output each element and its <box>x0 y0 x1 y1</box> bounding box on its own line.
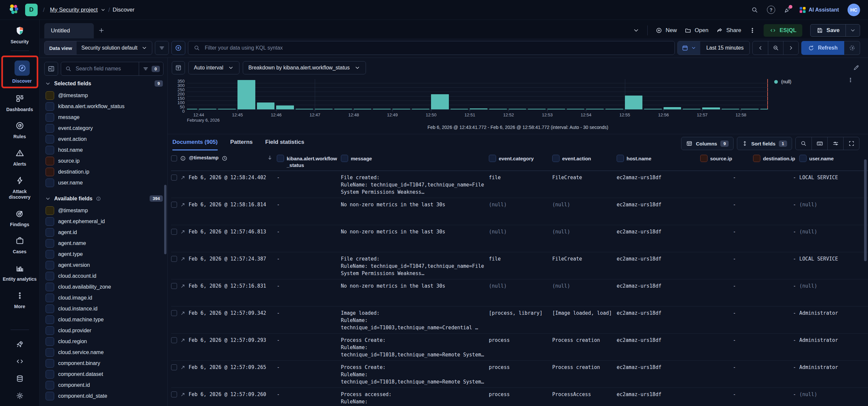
field-list-item[interactable]: cloud.provider <box>44 325 163 336</box>
selected-fields-header[interactable]: Selected fields 9 <box>45 80 163 87</box>
sort-fields-button[interactable]: Sort fields 1 <box>737 137 792 150</box>
histogram-bar[interactable] <box>238 80 255 110</box>
field-list-item[interactable]: cloud.instance.id <box>44 303 163 314</box>
add-tab-button[interactable] <box>94 23 109 38</box>
histogram-bar[interactable] <box>741 109 759 110</box>
save-button[interactable]: Save <box>810 25 845 36</box>
expand-document-icon[interactable] <box>180 338 186 343</box>
sort-descending-icon[interactable] <box>267 155 275 161</box>
column-header[interactable]: destination.ip <box>753 155 799 162</box>
display-options-button[interactable] <box>827 137 843 150</box>
table-row[interactable]: Feb 6, 2026 @ 12:58:16.814 - No non-zero… <box>171 198 868 225</box>
histogram-bar[interactable] <box>470 109 488 110</box>
row-checkbox[interactable] <box>171 392 177 398</box>
histogram-bar[interactable] <box>257 103 275 110</box>
expand-document-icon[interactable] <box>180 202 186 208</box>
save-options-chevron[interactable] <box>845 25 860 36</box>
field-search-input[interactable]: Search field names 0 <box>61 62 163 76</box>
histogram-bar[interactable] <box>663 107 681 110</box>
sidebar-item-entity-analytics[interactable]: Entity analytics <box>1 262 38 282</box>
tab-untitled[interactable]: Untitled <box>44 23 94 38</box>
fullscreen-button[interactable] <box>843 137 859 150</box>
field-list-item[interactable]: agent.version <box>44 260 163 270</box>
user-avatar[interactable]: HC <box>847 4 860 16</box>
project-avatar[interactable]: D <box>25 4 38 16</box>
select-all-checkbox[interactable] <box>171 155 177 161</box>
available-fields-header[interactable]: Available fields 394 <box>45 195 163 202</box>
tab-documents[interactable]: Documents (905) <box>173 139 218 150</box>
table-row[interactable]: Feb 6, 2026 @ 12:57:09.293 - Process Cre… <box>171 334 868 361</box>
histogram-bar[interactable] <box>187 109 197 110</box>
column-header[interactable]: user.name <box>799 155 862 162</box>
getting-started-rocket-icon[interactable] <box>16 340 24 348</box>
sidebar-item-discover[interactable]: Discover <box>4 60 40 84</box>
refresh-button[interactable]: Refresh <box>801 41 844 55</box>
sidebar-item-security[interactable]: Security <box>1 25 38 45</box>
histogram-bar[interactable] <box>334 109 352 110</box>
field-list-item[interactable]: @timestamp <box>44 205 163 216</box>
settings-gear-icon[interactable] <box>16 392 24 400</box>
field-list-item[interactable]: cloud.account.id <box>44 270 163 281</box>
histogram-legend[interactable]: (null) <box>774 79 792 84</box>
expand-document-icon[interactable] <box>180 229 186 235</box>
field-list-item[interactable]: component.old_state <box>44 390 163 401</box>
edit-visualization-icon[interactable] <box>853 64 860 71</box>
histogram-bar[interactable] <box>199 109 217 110</box>
histogram-bar[interactable] <box>567 109 585 110</box>
time-range-value[interactable]: Last 15 minutes <box>700 41 749 55</box>
kebab-menu-icon[interactable] <box>749 27 756 34</box>
tab-list-chevron-icon[interactable] <box>633 27 640 34</box>
expand-document-icon[interactable] <box>180 392 186 398</box>
expand-document-icon[interactable] <box>180 283 186 289</box>
sidebar-item-findings[interactable]: Findings <box>1 208 38 228</box>
sidebar-item-cases[interactable]: Cases <box>1 235 38 255</box>
time-forward-button[interactable] <box>783 41 798 55</box>
histogram-bar[interactable] <box>586 109 604 110</box>
field-list-item[interactable]: @timestamp <box>44 90 163 101</box>
histogram-bar[interactable] <box>431 94 449 110</box>
field-filter-button[interactable]: 0 <box>139 62 163 76</box>
field-list-item[interactable]: cloud.machine.type <box>44 314 163 325</box>
field-list-item[interactable]: cloud.service.name <box>44 347 163 358</box>
table-row[interactable]: Feb 6, 2026 @ 12:57:09.342 - Image loade… <box>171 307 868 334</box>
column-header[interactable]: kibana.alert.workflow_status <box>277 155 341 169</box>
table-scrollbar-thumb[interactable] <box>864 160 867 261</box>
data-management-database-icon[interactable] <box>16 374 24 383</box>
field-list-item[interactable]: component.binary <box>44 358 163 369</box>
table-row[interactable]: Feb 6, 2026 @ 12:57:09.265 - Process Cre… <box>171 361 868 388</box>
zoom-out-button[interactable] <box>768 41 783 55</box>
histogram-bar[interactable] <box>509 109 526 110</box>
field-list-item[interactable]: agent.id <box>44 227 163 238</box>
row-checkbox[interactable] <box>171 229 177 235</box>
field-list-item[interactable]: component.id <box>44 380 163 390</box>
column-header[interactable]: source.ip <box>700 155 753 162</box>
row-checkbox[interactable] <box>171 283 177 289</box>
expand-document-icon[interactable] <box>180 256 186 262</box>
histogram-bar[interactable] <box>412 109 430 110</box>
elastic-logo[interactable] <box>8 3 20 16</box>
legend-menu-icon[interactable] <box>847 77 854 83</box>
row-checkbox[interactable] <box>171 202 177 208</box>
interval-select[interactable]: Auto interval <box>188 61 240 75</box>
field-list-item[interactable]: agent.type <box>44 249 163 260</box>
data-view-picker[interactable]: Data view Security solution default <box>44 41 152 55</box>
histogram-bar[interactable] <box>644 109 662 110</box>
field-list-item[interactable]: event.action <box>44 134 163 144</box>
histogram-bar[interactable] <box>547 109 565 110</box>
sidebar-item-attack-discovery[interactable]: Attack discovery <box>1 175 38 200</box>
kql-search-input[interactable]: Filter your data using KQL syntax <box>188 41 675 55</box>
field-list-item[interactable]: cloud.region <box>44 336 163 347</box>
field-list-item[interactable]: event.category <box>44 123 163 134</box>
field-list-item[interactable]: component.dataset <box>44 369 163 380</box>
column-header[interactable]: event.category <box>489 155 552 162</box>
search-icon[interactable] <box>751 6 758 13</box>
add-filter-button[interactable] <box>172 41 185 55</box>
histogram-bar[interactable] <box>392 109 410 110</box>
sidebar-item-more[interactable]: More <box>1 290 38 310</box>
column-header[interactable]: message <box>341 155 489 162</box>
expand-document-icon[interactable] <box>180 365 186 370</box>
column-header-timestamp[interactable]: @timestamp <box>189 155 219 161</box>
fields-scrollbar-thumb[interactable] <box>164 185 166 254</box>
table-row[interactable]: Feb 6, 2026 @ 12:57:24.387 - File create… <box>171 252 868 279</box>
table-row[interactable]: Feb 6, 2026 @ 12:58:24.402 - File create… <box>171 171 868 198</box>
